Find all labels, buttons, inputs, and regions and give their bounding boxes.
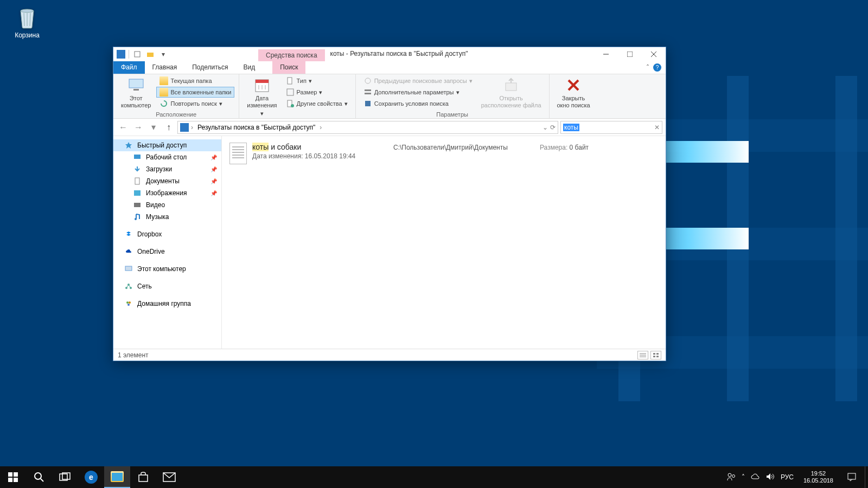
svg-rect-25 — [134, 155, 141, 159]
search-query: коты — [563, 124, 579, 131]
current-folder-button[interactable]: Текущая папка — [156, 75, 234, 86]
tab-view[interactable]: Вид — [235, 61, 263, 74]
titlebar[interactable]: ▾ Средства поиска коты - Результаты поис… — [113, 47, 666, 61]
nav-onedrive[interactable]: OneDrive — [113, 246, 221, 258]
nav-desktop[interactable]: Рабочий стол📌 — [113, 151, 221, 163]
maximize-button[interactable] — [618, 47, 642, 61]
tab-home[interactable]: Главная — [145, 61, 185, 74]
date-modified-button[interactable]: Дата изменения ▾ — [244, 75, 280, 119]
nav-videos[interactable]: Видео — [113, 199, 221, 211]
nav-back-button[interactable]: ← — [117, 121, 130, 134]
svg-point-17 — [291, 104, 294, 107]
help-icon[interactable]: ? — [653, 63, 661, 72]
pin-icon: 📌 — [210, 190, 217, 196]
tab-search[interactable]: Поиск — [272, 61, 305, 74]
nav-music[interactable]: Музыка — [113, 211, 221, 223]
close-button[interactable] — [642, 47, 666, 61]
svg-rect-2 — [147, 53, 154, 57]
svg-point-48 — [35, 473, 41, 479]
show-desktop-button[interactable] — [865, 466, 868, 488]
svg-rect-44 — [8, 472, 12, 477]
homegroup-icon — [124, 299, 133, 308]
breadcrumb-segment[interactable]: Результаты поиска в "Быстрый доступ" — [195, 124, 317, 131]
nav-pictures[interactable]: Изображения📌 — [113, 187, 221, 199]
qat-new-folder-icon[interactable] — [145, 49, 155, 59]
type-button[interactable]: Тип ▾ — [283, 75, 351, 86]
folder-icon — [159, 76, 168, 85]
close-x-icon — [565, 76, 582, 94]
qat-properties-icon[interactable] — [132, 49, 142, 59]
onedrive-tray-icon[interactable] — [750, 473, 760, 482]
chevron-right-icon[interactable]: › — [191, 124, 193, 131]
volume-icon[interactable] — [765, 472, 775, 483]
edge-button[interactable]: e — [78, 466, 104, 488]
qat-customize-icon[interactable]: ▾ — [158, 49, 168, 59]
pc-icon — [127, 76, 145, 94]
ribbon-collapse-icon[interactable]: ˆ — [647, 64, 649, 72]
search-button[interactable] — [26, 466, 52, 488]
group-location-label: Расположение — [118, 110, 234, 119]
result-size: Размера: 0 байт — [540, 143, 589, 151]
store-button[interactable] — [130, 466, 156, 488]
history-icon — [363, 76, 372, 85]
folder-tree-icon — [159, 88, 168, 97]
size-icon — [286, 88, 295, 97]
pin-icon: 📌 — [210, 155, 217, 160]
task-view-button[interactable] — [52, 466, 78, 488]
this-pc-button[interactable]: Этот компьютер — [118, 75, 154, 110]
nav-network[interactable]: Сеть — [113, 280, 221, 292]
explorer-button[interactable] — [104, 466, 130, 488]
mail-button[interactable] — [156, 466, 182, 488]
svg-rect-15 — [287, 89, 293, 95]
clock[interactable]: 19:52 16.05.2018 — [798, 470, 839, 484]
svg-rect-28 — [134, 203, 141, 207]
item-count: 1 элемент — [118, 351, 149, 359]
pictures-icon — [133, 189, 142, 197]
nav-quick-access[interactable]: Быстрый доступ — [113, 139, 221, 151]
nav-dropbox[interactable]: Dropbox — [113, 228, 221, 240]
svg-rect-26 — [135, 178, 139, 184]
minimize-button[interactable] — [594, 47, 618, 61]
tab-share[interactable]: Поделиться — [184, 61, 235, 74]
tray-chevron-icon[interactable]: ˄ — [742, 473, 745, 481]
language-indicator[interactable]: РУС — [781, 473, 794, 481]
pin-icon: 📌 — [210, 178, 217, 184]
svg-point-54 — [728, 473, 731, 477]
nav-recent-button[interactable]: ▾ — [147, 121, 160, 134]
nav-downloads[interactable]: Загрузки📌 — [113, 163, 221, 175]
large-icons-view-button[interactable] — [650, 351, 661, 359]
search-again-button[interactable]: Повторить поиск ▾ — [156, 98, 234, 109]
svg-rect-56 — [848, 473, 856, 479]
close-search-button[interactable]: Закрыть окно поиска — [554, 75, 593, 110]
details-view-button[interactable] — [637, 351, 648, 359]
prev-searches-button[interactable]: Предыдущие поисковые запросы ▾ — [360, 75, 476, 86]
search-input[interactable]: коты ✕ — [560, 121, 662, 134]
size-button[interactable]: Размер ▾ — [283, 87, 351, 98]
chevron-right-icon[interactable]: › — [320, 124, 322, 131]
people-icon[interactable] — [726, 472, 736, 483]
action-center-button[interactable] — [839, 466, 865, 488]
file-menu[interactable]: Файл — [113, 61, 145, 74]
address-bar[interactable]: › Результаты поиска в "Быстрый доступ" ›… — [177, 121, 558, 134]
nav-homegroup[interactable]: Домашняя группа — [113, 298, 221, 310]
other-props-button[interactable]: Другие свойства ▾ — [283, 98, 351, 109]
nav-up-button[interactable]: ↑ — [162, 121, 175, 134]
address-dropdown-icon[interactable]: ⌄ — [542, 124, 548, 131]
refresh-icon[interactable]: ⟳ — [550, 124, 556, 131]
all-subfolders-button[interactable]: Все вложенные папки — [156, 87, 234, 98]
search-result-item[interactable]: коты и собаки Дата изменения: 16.05.2018… — [227, 140, 660, 166]
cloud-icon — [124, 247, 133, 256]
results-pane[interactable]: коты и собаки Дата изменения: 16.05.2018… — [222, 136, 666, 349]
recycle-bin[interactable]: Корзина — [7, 4, 48, 39]
advanced-options-button[interactable]: Дополнительные параметры ▾ — [360, 87, 476, 98]
nav-this-pc[interactable]: Этот компьютер — [113, 263, 221, 275]
clear-search-icon[interactable]: ✕ — [654, 124, 660, 131]
svg-rect-1 — [135, 52, 140, 57]
svg-point-35 — [129, 301, 131, 304]
search-tools-context-tab: Средства поиска — [258, 49, 325, 61]
svg-point-18 — [365, 78, 371, 84]
save-search-button[interactable]: Сохранить условия поиска — [360, 98, 476, 109]
start-button[interactable] — [0, 466, 26, 488]
nav-documents[interactable]: Документы📌 — [113, 175, 221, 187]
nav-forward-button[interactable]: → — [132, 121, 145, 134]
